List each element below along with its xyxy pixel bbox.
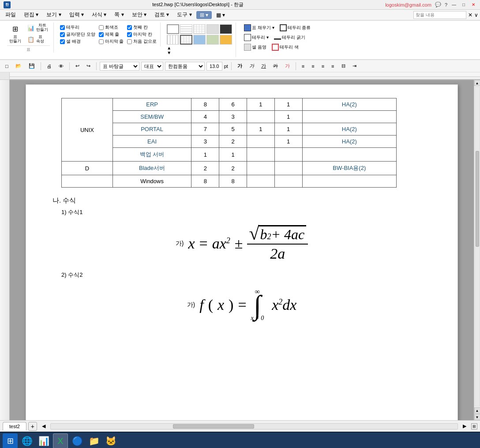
table-style-scroll[interactable]: ▲ ▼ [167, 45, 173, 55]
ribbon-btn-table-prop[interactable]: 📋 표속성 [25, 34, 50, 45]
redo-btn[interactable]: ↪ [84, 62, 93, 70]
preview-btn[interactable]: 👁 [56, 63, 66, 70]
cell-win-c: 8 [219, 175, 247, 188]
btn-cell-shade[interactable]: 셀 음영 [242, 43, 268, 52]
cell-blade-bk [274, 162, 302, 175]
align-center-btn[interactable]: ≡ [309, 63, 317, 70]
btn-border-thick[interactable]: 테두리 굵기 [272, 33, 307, 42]
close-button[interactable]: ✕ [470, 2, 476, 8]
style-select[interactable]: 표 바탕글 [100, 62, 139, 71]
scroll-all-btn[interactable]: ⊞ [471, 423, 477, 429]
cb-first-col[interactable]: 첫째 칸 [127, 24, 157, 30]
cb-last-row[interactable]: 마지막 줄 [99, 38, 124, 45]
btn-border-type[interactable]: 테두리 종류 [278, 23, 313, 32]
scroll-up-btn[interactable]: ▲ [474, 80, 480, 86]
group-label-table: 표 [7, 45, 50, 53]
table-style-4[interactable] [206, 24, 219, 34]
font-size-select[interactable]: 대표 [141, 62, 163, 71]
table-style-7[interactable] [180, 35, 192, 45]
menu-tools[interactable]: 도구 ▾ [173, 10, 195, 19]
strike-btn[interactable]: 가 [270, 62, 281, 70]
chat-icon[interactable]: 💬 [435, 2, 441, 8]
scroll-thumb[interactable] [476, 151, 479, 247]
cell-eai-bk: 1 [274, 136, 302, 148]
formula1-numerator: √ b2 + 4ac [247, 225, 308, 245]
menu-grid1[interactable]: ⊞ ▾ [196, 11, 212, 19]
table-style-6[interactable] [167, 35, 179, 45]
indent-more-btn[interactable]: ⇥ [350, 62, 359, 70]
taskbar-start-btn[interactable]: ⊞ [3, 433, 18, 448]
cb-reset[interactable]: 처음 값으로 [127, 38, 157, 45]
sqrt-radicand: b2 + 4ac [258, 225, 306, 243]
chart-btn-label: 차트만들기 [36, 23, 48, 32]
add-tab-btn[interactable]: + [28, 422, 37, 431]
search-close-icon[interactable]: ✕ [468, 12, 472, 18]
taskbar-chrome-btn[interactable]: 🔵 [70, 433, 85, 448]
scroll-extra-btns: ▲ ▼ [474, 407, 480, 420]
btn-fill[interactable]: 표 채우기 ▾ [242, 23, 276, 32]
search-input[interactable] [413, 11, 466, 19]
menu-grid2[interactable]: ▦ ▾ [213, 11, 229, 19]
menu-view[interactable]: 보기 ▾ [43, 10, 64, 19]
table-style-1[interactable] [167, 24, 179, 34]
taskbar-extra-btn[interactable]: 🐱 [103, 433, 118, 448]
table-style-10[interactable] [220, 35, 232, 45]
cell-erp-qty: 8 [191, 98, 219, 111]
save-btn[interactable]: 💾 [26, 62, 38, 70]
taskbar-ppt-btn[interactable]: 📊 [36, 433, 51, 448]
taskbar-folder-btn[interactable]: 📁 [86, 433, 101, 448]
minimize-button[interactable]: — [451, 2, 457, 8]
h-scrollbar[interactable] [50, 423, 458, 429]
ribbon-btn-chart[interactable]: 📊 차트만들기 [25, 23, 50, 33]
col-btn[interactable]: ⊟ [339, 62, 348, 70]
menu-security[interactable]: 보안 ▾ [128, 10, 150, 19]
scroll-left-btn[interactable]: ◀ [41, 423, 47, 429]
menu-page[interactable]: 쪽 ▾ [111, 10, 127, 19]
new-btn[interactable]: □ [3, 63, 11, 70]
table-style-2[interactable] [180, 24, 192, 34]
cb-last-col[interactable]: 마지막 칸 [127, 31, 157, 38]
bold-btn[interactable]: 가 [235, 62, 245, 70]
print-btn[interactable]: 🖨 [44, 63, 54, 70]
cb-font[interactable]: 글자/문단 모양 [60, 31, 95, 38]
btn-border[interactable]: 테두리 ▾ [242, 33, 270, 42]
scroll-down-btn[interactable]: ▼ [474, 414, 480, 420]
undo-btn[interactable]: ↩ [73, 62, 82, 70]
open-btn[interactable]: 📂 [13, 62, 24, 70]
table-style-3[interactable] [193, 24, 206, 34]
table-style-5[interactable] [220, 24, 232, 34]
ribbon-btn-table[interactable]: ⊞ 표만들기 [7, 23, 23, 45]
scroll-prev-page-btn[interactable]: ▲ [474, 407, 480, 414]
font-name-select[interactable]: 한컴돋움 [165, 62, 205, 71]
align-justify-btn[interactable]: ≡ [329, 63, 337, 70]
menu-insert[interactable]: 입력 ▾ [66, 10, 87, 19]
sep2 [69, 62, 70, 70]
menu-format[interactable]: 서식 ▾ [88, 10, 110, 19]
align-left-btn[interactable]: ≡ [299, 63, 307, 70]
btn-border-color[interactable]: 테두리 색 [270, 43, 300, 52]
scroll-right-btn[interactable]: ▶ [461, 423, 468, 429]
underline-btn[interactable]: 가 [259, 62, 269, 70]
font-size-input[interactable] [206, 62, 222, 71]
table-style-9[interactable] [206, 35, 219, 45]
cb-title-row[interactable]: 제목 줄 [99, 31, 124, 38]
italic-btn[interactable]: 가 [247, 62, 257, 70]
font-color-btn[interactable]: 가 [282, 62, 292, 70]
formula2-x: x [218, 297, 224, 313]
taskbar-ie-btn[interactable]: 🌐 [19, 433, 34, 448]
maximize-button[interactable]: □ [461, 2, 467, 8]
help-icon[interactable]: ? [445, 2, 447, 8]
menu-file[interactable]: 파일 [2, 10, 19, 19]
scroll-track[interactable] [475, 87, 480, 407]
cb-bg[interactable]: 셀 배경 [60, 38, 95, 45]
h-scroll-thumb[interactable] [173, 424, 254, 429]
search-expand-icon[interactable]: ∨ [474, 12, 478, 18]
cb-gray[interactable]: 회색조 [99, 24, 124, 30]
taskbar-excel-btn[interactable]: X [53, 433, 68, 448]
cb-border[interactable]: 테두리 [60, 24, 95, 30]
menu-review[interactable]: 검토 ▾ [151, 10, 172, 19]
menu-edit[interactable]: 편집 ▾ [20, 10, 42, 19]
align-right-btn[interactable]: ≡ [319, 63, 327, 70]
table-style-8[interactable] [193, 35, 206, 45]
doc-tab-test2[interactable]: test2 [3, 422, 26, 430]
